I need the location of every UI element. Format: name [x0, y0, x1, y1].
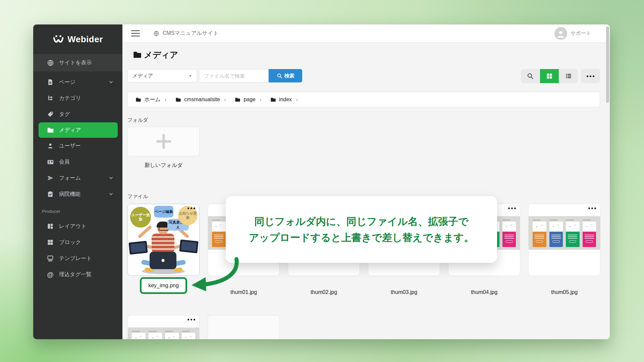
blocks-icon — [47, 239, 54, 246]
sidebar-item-label: カテゴリ — [59, 95, 81, 102]
callout-line-1: 同じフォルダ内に、同じファイル名、拡張子で — [254, 214, 468, 230]
logo-text: Webider — [67, 34, 103, 45]
speech-bubble: ユーザー追加 — [130, 207, 151, 228]
site-title-link[interactable]: CMSマニュアルサイト — [153, 30, 219, 37]
folder-icon — [47, 126, 54, 134]
media-type-select-value: メディア — [132, 73, 153, 79]
breadcrumb-label: index — [279, 97, 292, 103]
breadcrumb-item-page[interactable]: page › — [234, 96, 261, 103]
list-view-button[interactable] — [559, 69, 578, 83]
topbar: CMSマニュアルサイト サポート — [122, 24, 610, 43]
sidebar-item-label: タグ — [59, 111, 70, 118]
sidebar-item-label: 埋込タグ一覧 — [59, 271, 92, 278]
page-icon — [47, 78, 54, 86]
file-name: thum05.jpg — [528, 289, 600, 295]
chevron-right-icon: › — [260, 97, 261, 102]
logo[interactable]: Webider — [33, 24, 122, 54]
sidebar-item-label: サイトを表示 — [59, 59, 92, 66]
annotation-highlight-box: key_img.png — [140, 277, 187, 294]
folders-section-label: フォルダ — [127, 117, 148, 123]
thumbnail-mini-card — [502, 220, 516, 247]
file-card-row2-empty[interactable] — [208, 315, 280, 339]
chevron-right-icon: › — [165, 97, 166, 102]
breadcrumb: ホーム › cmsmanualsite › page — [127, 92, 600, 107]
search-input[interactable] — [199, 69, 269, 82]
sidebar: Webider サイトを表示 ページ — [33, 24, 122, 339]
file-name: key_img.png — [148, 283, 179, 289]
file-thumbnail — [529, 216, 600, 250]
thumbnail-mini-card — [149, 331, 162, 339]
thumbnail-mini-card — [549, 220, 563, 247]
annotation-arrow — [190, 257, 243, 294]
folder-icon — [132, 50, 142, 60]
search-button-label: 検索 — [284, 73, 294, 79]
webider-logo-icon — [53, 35, 64, 44]
folder-icon — [234, 96, 240, 103]
globe-icon — [153, 30, 160, 37]
new-folder-button[interactable] — [127, 127, 200, 156]
callout-line-2: アップロードすると上書きで差し替えできます。 — [249, 230, 474, 246]
sidebar-item-view-site[interactable]: サイトを表示 — [33, 54, 122, 71]
sidebar-item-label: フォーム — [59, 175, 81, 182]
folder-icon — [175, 96, 181, 103]
hamburger-menu-icon[interactable] — [131, 30, 140, 37]
sidebar-item-label: レイアウト — [59, 223, 87, 230]
sidebar-item-categories[interactable]: カテゴリ — [33, 90, 122, 106]
breadcrumb-item-home[interactable]: ホーム › — [135, 96, 166, 103]
search-button[interactable]: 検索 — [269, 69, 302, 82]
desktop-background: Webider サイトを表示 ページ — [0, 0, 644, 362]
thumbnail-mini-card — [165, 331, 179, 339]
sidebar-item-label: 病院機能 — [59, 191, 80, 198]
account-name: サポート — [571, 30, 591, 37]
file-menu-button[interactable] — [588, 207, 596, 209]
sidebar-item-label: ブロック — [59, 239, 81, 246]
thumbnail-mini-card — [583, 220, 596, 247]
page-title: メディア — [132, 49, 178, 60]
file-card-thum05[interactable] — [528, 204, 600, 276]
layout-icon — [47, 223, 54, 230]
sidebar-item-tags[interactable]: タグ — [33, 106, 122, 122]
file-card-key-img[interactable]: ユーザー追加 ページ編集 写真差し替え お知らせ更新 — [127, 204, 200, 276]
sidebar-item-members[interactable]: 会員 — [33, 154, 122, 170]
at-sign-icon: @ — [47, 271, 54, 278]
thumbnail-mini-card — [533, 220, 546, 247]
new-folder-label: 新しいフォルダ — [127, 162, 200, 169]
breadcrumb-label: cmsmanualsite — [184, 97, 220, 103]
breadcrumb-item-index[interactable]: index › — [270, 96, 298, 103]
view-toggle-group — [521, 69, 578, 83]
sidebar-item-templates[interactable]: テンプレート — [33, 250, 122, 266]
sidebar-item-layout[interactable]: レイアウト — [33, 218, 122, 234]
browser-window: Webider サイトを表示 ページ — [33, 24, 610, 339]
breadcrumb-label: ホーム — [144, 96, 161, 103]
sidebar-item-media[interactable]: メディア — [39, 122, 118, 138]
sidebar-item-blocks[interactable]: ブロック — [33, 234, 122, 250]
account-menu[interactable]: サポート — [554, 27, 591, 40]
file-name: thum03.jpg — [368, 289, 440, 295]
thumbnail-mini-card — [566, 220, 580, 247]
file-menu-button[interactable] — [187, 207, 195, 209]
site-title-text: CMSマニュアルサイト — [163, 30, 219, 37]
clipboard-check-icon — [47, 190, 54, 198]
breadcrumb-item-cmsmanualsite[interactable]: cmsmanualsite › — [175, 96, 226, 103]
sidebar-item-embed-tags[interactable]: @ 埋込タグ一覧 — [33, 266, 122, 283]
annotation-callout: 同じフォルダ内に、同じファイル名、拡張子で アップロードすると上書きで差し替えで… — [226, 196, 497, 263]
sidebar-item-hospital-functions[interactable]: 病院機能 — [33, 186, 122, 202]
file-menu-button[interactable] — [508, 207, 516, 209]
sidebar-item-users[interactable]: ユーザー — [33, 138, 122, 154]
category-tree-icon — [47, 95, 54, 102]
chevron-down-icon — [108, 79, 114, 85]
sidebar-item-label: メディア — [59, 127, 81, 134]
media-type-select[interactable]: メディア ▼ — [127, 69, 197, 82]
file-card-row2[interactable] — [127, 315, 200, 339]
grid-view-button[interactable] — [540, 69, 559, 83]
sidebar-item-pages[interactable]: ページ — [33, 74, 122, 90]
more-options-button[interactable] — [581, 69, 600, 83]
search-view-button[interactable] — [521, 69, 540, 83]
search-icon — [527, 73, 534, 79]
file-menu-button[interactable] — [187, 319, 195, 320]
sidebar-item-forms[interactable]: フォーム — [33, 170, 122, 186]
thumbnail-mini-card — [132, 331, 146, 339]
chevron-down-icon — [108, 175, 114, 181]
plus-icon — [156, 134, 171, 149]
scrollbar-thumb[interactable] — [606, 26, 609, 103]
